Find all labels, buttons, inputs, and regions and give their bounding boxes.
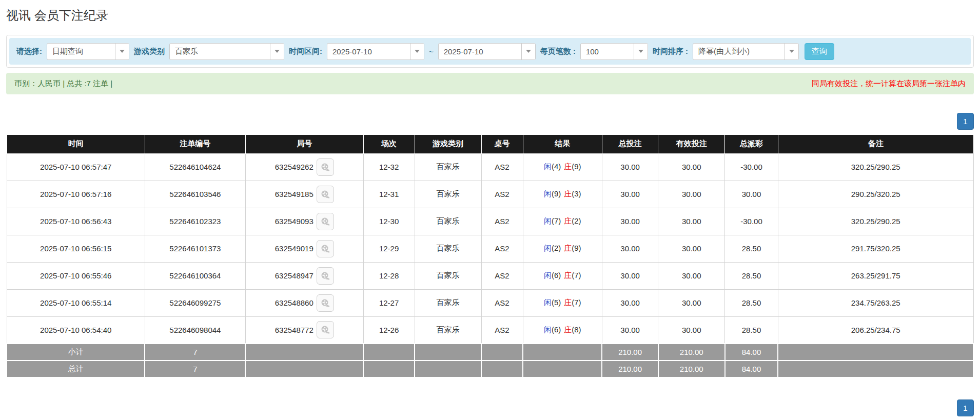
betting-records-page: 视讯 会员下注纪录 请选择: 日期查询 游戏类别 百家乐 时间区间: 2025-…	[0, 0, 980, 420]
film-reel-icon	[321, 163, 330, 172]
valid-bet-cell: 30.00	[658, 153, 725, 181]
result-cell: 闲(9)庄(3)	[523, 181, 602, 208]
table-no-cell: AS2	[481, 235, 523, 262]
banker-result-label: 庄	[564, 216, 572, 225]
total-bet-cell[interactable]: 30.00	[602, 289, 658, 316]
payout-cell: 28.50	[725, 316, 778, 344]
banker-result-score: (2)	[572, 216, 581, 225]
video-replay-button[interactable]	[317, 294, 334, 312]
payout-cell: -30.00	[725, 153, 778, 181]
table-row: 2025-07-10 06:56:15 522646101373 6325490…	[7, 235, 973, 262]
table-row: 2025-07-10 06:56:43 522646102323 6325490…	[7, 208, 973, 235]
column-header: 时间	[7, 135, 145, 153]
chevron-down-icon[interactable]	[521, 44, 535, 59]
player-result-label: 闲	[544, 271, 552, 279]
currency-total-text: 币别：人民币 | 总共 :7 注单 |	[14, 79, 112, 89]
round-id-text: 632548860	[275, 298, 313, 307]
player-result-score: (4)	[552, 162, 561, 171]
per-page-select[interactable]: 100	[580, 43, 648, 60]
player-result-score: (2)	[552, 244, 561, 252]
payout-cell: 30.00	[725, 181, 778, 208]
player-result-score: (9)	[552, 189, 561, 198]
chevron-down-icon[interactable]	[785, 44, 798, 59]
total-bet-cell[interactable]: 30.00	[602, 153, 658, 181]
game-cell: 百家乐	[415, 289, 481, 316]
player-result-label: 闲	[544, 298, 552, 307]
valid-bet-cell: 30.00	[658, 235, 725, 262]
player-result-label: 闲	[544, 162, 552, 171]
result-cell: 闲(7)庄(2)	[523, 208, 602, 235]
totals-label-cell: 总计	[7, 361, 145, 377]
total-bet-cell[interactable]: 30.00	[602, 181, 658, 208]
round-id-cell: 632548860	[245, 289, 363, 316]
banker-result-score: (8)	[572, 325, 581, 334]
video-replay-button[interactable]	[317, 240, 334, 257]
table-row: 2025-07-10 06:57:47 522646104624 6325492…	[7, 153, 973, 181]
column-header: 局号	[245, 135, 363, 153]
time-sort-select[interactable]: 降幂(由大到小)	[693, 43, 799, 60]
valid-bet-cell: 30.00	[658, 289, 725, 316]
totals-count-cell: 7	[145, 344, 245, 361]
note-cell: 320.25/290.25	[778, 208, 973, 235]
same-round-notice: 同局有效投注，统一计算在该局第一张注单内	[812, 79, 966, 89]
chevron-down-icon[interactable]	[115, 44, 129, 59]
video-replay-button[interactable]	[317, 321, 334, 338]
player-result-score: (7)	[552, 216, 561, 225]
video-replay-button[interactable]	[317, 267, 334, 285]
time-cell: 2025-07-10 06:57:47	[7, 153, 145, 181]
game-cell: 百家乐	[415, 181, 481, 208]
filter-bar: 请选择: 日期查询 游戏类别 百家乐 时间区间: 2025-07-10 ~	[9, 38, 971, 65]
table-header-row: 时间注单编号局号场次游戏类别桌号结果总投注有效投注总派彩备注	[7, 135, 973, 153]
banker-result-label: 庄	[564, 325, 572, 334]
player-result-label: 闲	[544, 325, 552, 334]
round-id-cell: 632549185	[245, 181, 363, 208]
page-1-button[interactable]: 1	[957, 399, 974, 416]
chevron-down-icon[interactable]	[634, 44, 648, 59]
film-reel-icon	[321, 190, 330, 199]
game-cell: 百家乐	[415, 262, 481, 289]
chevron-down-icon[interactable]	[270, 44, 284, 59]
search-button[interactable]: 查询	[805, 43, 834, 60]
table-row: 2025-07-10 06:55:46 522646100364 6325489…	[7, 262, 973, 289]
query-type-select[interactable]: 日期查询	[47, 43, 129, 60]
bet-id-cell: 522646102323	[145, 208, 245, 235]
video-replay-button[interactable]	[317, 158, 334, 176]
time-cell: 2025-07-10 06:56:15	[7, 235, 145, 262]
round-id-text: 632549019	[275, 244, 313, 253]
round-id-text: 632549262	[275, 163, 313, 171]
total-bet-cell[interactable]: 30.00	[602, 208, 658, 235]
video-replay-button[interactable]	[317, 213, 334, 230]
date-from-select[interactable]: 2025-07-10	[327, 43, 424, 60]
player-result-score: (5)	[552, 298, 561, 307]
player-result-label: 闲	[544, 216, 552, 225]
total-bet-cell[interactable]: 30.00	[602, 235, 658, 262]
table-no-cell: AS2	[481, 316, 523, 344]
date-to-select[interactable]: 2025-07-10	[438, 43, 536, 60]
game-type-select[interactable]: 百家乐	[169, 43, 284, 60]
totals-payout-cell: 84.00	[725, 344, 778, 361]
bet-id-cell: 522646103546	[145, 181, 245, 208]
round-id-cell: 632549019	[245, 235, 363, 262]
totals-count-cell: 7	[145, 361, 245, 377]
total-bet-cell[interactable]: 30.00	[602, 262, 658, 289]
table-no-cell: AS2	[481, 153, 523, 181]
chevron-down-icon[interactable]	[410, 44, 424, 59]
banker-result-score: (7)	[572, 298, 581, 307]
session-cell: 12-27	[363, 289, 415, 316]
video-replay-button[interactable]	[317, 186, 334, 203]
bet-id-cell: 522646100364	[145, 262, 245, 289]
time-cell: 2025-07-10 06:55:14	[7, 289, 145, 316]
session-cell: 12-26	[363, 316, 415, 344]
session-cell: 12-30	[363, 208, 415, 235]
banker-result-label: 庄	[564, 271, 572, 279]
time-sort-value: 降幂(由大到小)	[693, 47, 755, 56]
time-cell: 2025-07-10 06:55:46	[7, 262, 145, 289]
total-bet-cell[interactable]: 30.00	[602, 316, 658, 344]
totals-row: 小计 7 210.00 210.00 84.00	[7, 344, 973, 361]
game-cell: 百家乐	[415, 316, 481, 344]
table-row: 2025-07-10 06:57:16 522646103546 6325491…	[7, 181, 973, 208]
totals-label-cell: 小计	[7, 344, 145, 361]
page-1-button[interactable]: 1	[957, 113, 974, 130]
column-header: 备注	[778, 135, 973, 153]
film-reel-icon	[321, 244, 330, 253]
